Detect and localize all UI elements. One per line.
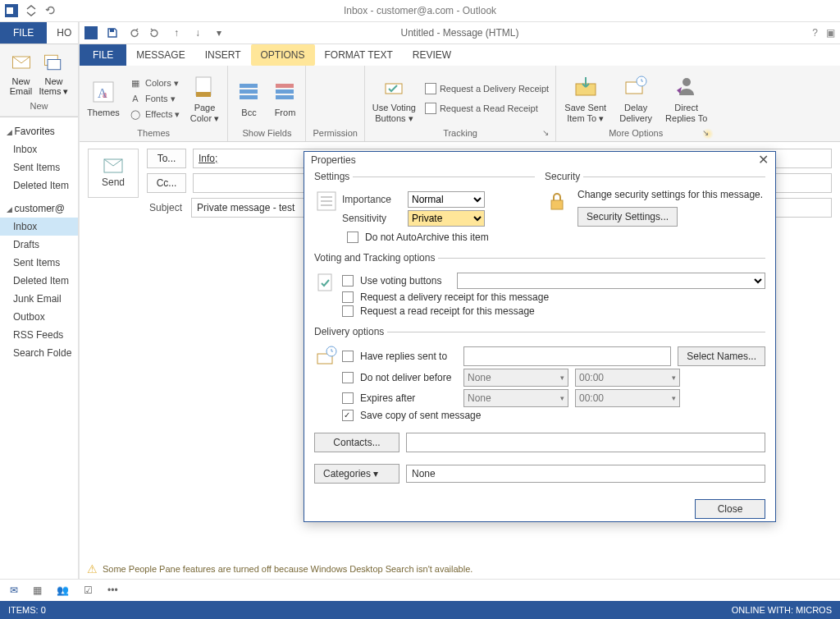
deliver-before-date-combo[interactable]: None xyxy=(463,369,568,387)
request-read-receipt-checkbox-dlg[interactable] xyxy=(342,305,354,317)
qat-prev-icon[interactable]: ↑ xyxy=(170,26,183,39)
qat-undo-icon[interactable] xyxy=(44,4,57,17)
compose-ribbon-body: Aa Themes ▦Colors ▾ AFonts ▾ ◯Effects ▾ … xyxy=(80,66,840,142)
send-button[interactable]: Send xyxy=(88,149,139,198)
dialog-close-icon[interactable]: ✕ xyxy=(758,152,769,167)
nav-calendar-icon[interactable]: ▦ xyxy=(33,585,42,596)
folder-outbox[interactable]: Outbox xyxy=(0,308,78,326)
fav-sent-items[interactable]: Sent Items xyxy=(0,158,78,177)
request-delivery-receipt-checkbox-dlg[interactable] xyxy=(342,291,354,303)
to-button[interactable]: To... xyxy=(147,149,186,168)
folder-sent-items[interactable]: Sent Items xyxy=(0,254,78,272)
request-read-receipt-checkbox[interactable]: Request a Read Receipt xyxy=(425,103,549,114)
theme-effects-button[interactable]: ◯Effects ▾ xyxy=(129,108,180,121)
bcc-button[interactable]: Bcc xyxy=(235,79,262,118)
tab-file[interactable]: FILE xyxy=(80,44,126,66)
have-replies-input[interactable] xyxy=(463,346,671,366)
tab-options[interactable]: OPTIONS xyxy=(251,44,315,66)
qat-save-icon[interactable] xyxy=(106,26,119,39)
folder-search-folders[interactable]: Search Folde xyxy=(0,344,78,362)
select-names-button[interactable]: Select Names... xyxy=(678,346,765,366)
new-email-icon xyxy=(10,51,33,74)
expires-after-checkbox[interactable] xyxy=(342,392,354,404)
categories-value: None xyxy=(412,468,436,479)
status-online: ONLINE WITH: MICROS xyxy=(732,605,832,615)
status-bar: ITEMS: 0 ONLINE WITH: MICROS xyxy=(0,601,840,619)
importance-select[interactable]: Normal xyxy=(408,191,485,208)
save-copy-checkbox[interactable] xyxy=(342,410,354,421)
contacts-button[interactable]: Contacts... xyxy=(314,433,399,452)
outer-home-tab-truncated[interactable]: HO xyxy=(47,22,81,44)
more-options-dialog-launcher-icon[interactable]: ↘ xyxy=(702,128,714,140)
categories-button[interactable]: Categories ▾ xyxy=(314,464,399,484)
cc-button[interactable]: Cc... xyxy=(147,173,186,193)
account-header[interactable]: customer@ xyxy=(0,195,78,218)
deliver-before-time-combo[interactable]: 00:00 xyxy=(575,369,680,387)
req-read-label: Request a read receipt for this message xyxy=(360,305,535,317)
new-items-button[interactable]: New Items ▾ xyxy=(39,51,69,96)
favorites-header[interactable]: Favorites xyxy=(0,117,78,140)
tab-insert[interactable]: INSERT xyxy=(195,44,251,66)
restore-icon[interactable]: ▣ xyxy=(826,27,835,39)
do-not-deliver-before-checkbox[interactable] xyxy=(342,372,354,383)
direct-replies-label: Direct Replies To xyxy=(665,103,707,124)
save-sent-item-to-button[interactable]: Save Sent Item To ▾ xyxy=(563,74,608,124)
expires-after-date-combo[interactable]: None xyxy=(463,389,568,407)
direct-replies-to-button[interactable]: Direct Replies To xyxy=(664,74,709,124)
categories-field[interactable]: None xyxy=(406,465,765,483)
folder-inbox[interactable]: Inbox xyxy=(0,218,78,236)
security-settings-button[interactable]: Security Settings... xyxy=(578,207,678,227)
close-button[interactable]: Close xyxy=(695,499,765,519)
nav-mail-icon[interactable]: ✉ xyxy=(10,585,18,596)
expires-after-time-combo[interactable]: 00:00 xyxy=(575,389,680,407)
svg-point-22 xyxy=(682,78,691,86)
qat-redo-icon[interactable] xyxy=(148,26,162,39)
fav-inbox[interactable]: Inbox xyxy=(0,140,78,158)
folder-deleted-items[interactable]: Deleted Item xyxy=(0,272,78,290)
theme-colors-button[interactable]: ▦Colors ▾ xyxy=(129,76,180,89)
folder-rss-feeds[interactable]: RSS Feeds xyxy=(0,326,78,344)
use-voting-buttons-button[interactable]: Use Voting Buttons ▾ xyxy=(372,74,417,124)
folder-junk-email[interactable]: Junk Email xyxy=(0,290,78,308)
use-voting-buttons-checkbox[interactable] xyxy=(342,275,354,287)
themes-button[interactable]: Aa Themes xyxy=(86,79,121,118)
save-sent-icon xyxy=(573,74,599,100)
settings-legend: Settings xyxy=(314,171,353,182)
nav-people-icon[interactable]: 👥 xyxy=(57,585,69,596)
tab-review[interactable]: REVIEW xyxy=(403,44,461,66)
fonts-icon: A xyxy=(129,92,142,105)
sensitivity-select[interactable]: Private xyxy=(408,210,485,227)
compose-titlebar: ↑ ↓ ▾ Untitled - Message (HTML) ? ▣ xyxy=(80,22,840,44)
qat-send-receive-icon[interactable] xyxy=(25,4,38,17)
outer-file-tab[interactable]: FILE xyxy=(0,22,47,44)
send-icon xyxy=(103,158,123,173)
bcc-icon xyxy=(235,79,262,105)
delay-delivery-button[interactable]: Delay Delivery xyxy=(616,74,655,124)
help-icon[interactable]: ? xyxy=(812,27,818,39)
from-button[interactable]: From xyxy=(271,79,299,118)
qat-undo2-icon[interactable] xyxy=(127,26,140,39)
tab-format-text[interactable]: FORMAT TEXT xyxy=(315,44,403,66)
tab-message[interactable]: MESSAGE xyxy=(126,44,194,66)
voting-buttons-select[interactable] xyxy=(457,273,765,289)
request-delivery-receipt-checkbox[interactable]: Request a Delivery Receipt xyxy=(425,83,549,94)
qat-next-icon[interactable]: ↓ xyxy=(191,26,204,39)
svg-rect-5 xyxy=(84,26,98,39)
have-replies-sent-to-checkbox[interactable] xyxy=(342,351,354,362)
theme-fonts-button[interactable]: AFonts ▾ xyxy=(129,92,180,105)
fav-deleted-items[interactable]: Deleted Item xyxy=(0,177,78,195)
subject-value: Private message - test xyxy=(197,202,294,213)
nav-tasks-icon[interactable]: ☑ xyxy=(84,585,93,596)
to-value: Info; xyxy=(199,153,217,164)
qat-customize-icon[interactable]: ▾ xyxy=(212,26,226,39)
new-group-label: New xyxy=(0,99,78,117)
do-not-autoarchive-checkbox[interactable] xyxy=(347,232,358,243)
svg-rect-17 xyxy=(276,95,294,99)
contacts-input[interactable] xyxy=(406,433,765,452)
tracking-dialog-launcher-icon[interactable]: ↘ xyxy=(542,128,554,140)
new-email-button[interactable]: New Email xyxy=(10,51,33,96)
nav-more-icon[interactable]: ••• xyxy=(107,585,118,596)
page-color-button[interactable]: Page Color ▾ xyxy=(188,74,221,124)
folder-drafts[interactable]: Drafts xyxy=(0,236,78,254)
have-replies-label: Have replies sent to xyxy=(360,351,457,362)
